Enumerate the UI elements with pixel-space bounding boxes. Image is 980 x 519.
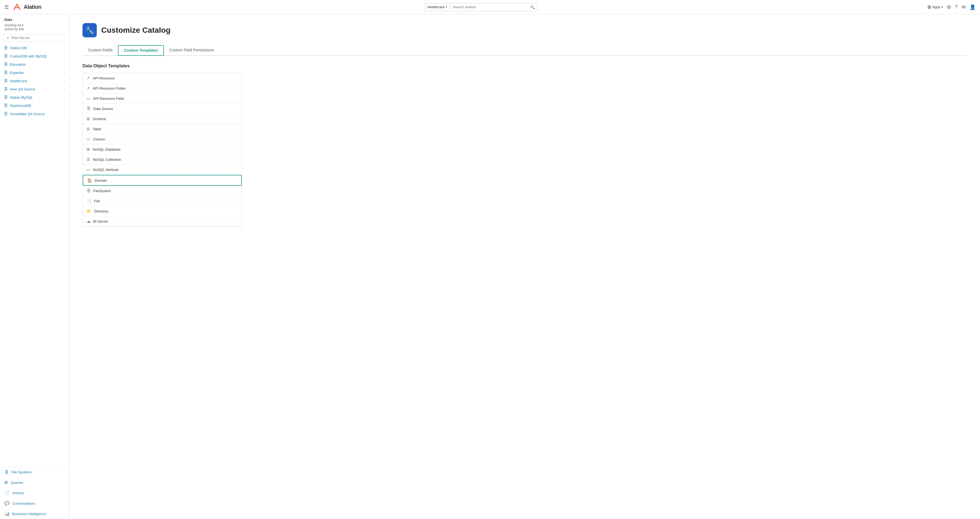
template-item-table[interactable]: ⊟ Table xyxy=(83,124,242,134)
template-item-label: API Resource xyxy=(93,76,115,80)
tab-custom-field-permissions[interactable]: Custom Field Permissions xyxy=(164,45,220,56)
sidebar-footer: 🗄 File Systems ⊞ Queries 📄 Articles 💬 Co… xyxy=(0,467,69,519)
database-icon: 🗄 xyxy=(4,79,8,83)
chevron-right-icon: › xyxy=(64,96,65,99)
sidebar-item-label: CustomDB with MySQL xyxy=(10,54,48,58)
notifications-icon[interactable]: ✉ xyxy=(962,4,966,10)
sidebar-footer-label: Queries xyxy=(11,481,23,485)
top-navigation: ☰ Alation Healthcare ▾ 🔍 ⊞ Apps ▾ ⚙ ? ✉ … xyxy=(0,0,980,14)
tab-custom-templates[interactable]: Custom Templates xyxy=(118,45,164,56)
sidebar-footer-label: File Systems xyxy=(11,470,32,474)
template-item-nosql-attribute[interactable]: ▭ NoSQL Attribute xyxy=(83,165,242,175)
sidebar-item-education[interactable]: 🗄 Education › xyxy=(0,60,69,68)
template-item-api-resource-field[interactable]: ▭ API Resource Field xyxy=(83,94,242,104)
template-item-schema[interactable]: ⊞ Schema xyxy=(83,114,242,124)
template-item-label: File xyxy=(94,199,100,203)
sidebar-item-label: Alation DB xyxy=(10,46,27,50)
sidebar-items-list: 🗄 Alation DB › 🗄 CustomDB with MySQL › 🗄… xyxy=(0,44,69,467)
tab-custom-fields[interactable]: Custom Fields xyxy=(83,45,118,56)
apps-button[interactable]: ⊞ Apps ▾ xyxy=(928,5,943,10)
page-header: 🔧 Customize Catalog xyxy=(83,23,967,37)
sidebar-item-hive-qa-source[interactable]: 🗄 Hive QA Source › xyxy=(0,85,69,93)
page-icon: 🔧 xyxy=(83,23,97,37)
sidebar-item-label: Snowflake QA Source xyxy=(10,112,45,116)
search-icon: 🔍 xyxy=(530,5,535,10)
conversations-icon: 💬 xyxy=(5,501,10,506)
template-panel-title: Data Object Templates xyxy=(83,63,242,68)
search-box: 🔍 xyxy=(450,3,538,11)
logo[interactable]: Alation xyxy=(12,2,41,12)
template-item-label: Domain xyxy=(95,178,107,183)
filter-box: ▼ xyxy=(3,34,66,41)
sidebar-item-native-mysql[interactable]: 🗄 Native MySQL › xyxy=(0,93,69,102)
sidebar-item-customdb-mysql[interactable]: 🗄 CustomDB with MySQL › xyxy=(0,52,69,60)
template-item-api-resource-folder[interactable]: ↗ API Resource Folder xyxy=(83,83,242,94)
chevron-right-icon: › xyxy=(64,63,65,66)
template-item-label: Schema xyxy=(93,117,106,121)
sidebar-item-snowflake-qa-source[interactable]: 🗄 Snowflake QA Source › xyxy=(0,110,69,118)
template-panel: Data Object Templates ↗ API Resource ↗ A… xyxy=(83,63,242,227)
chevron-right-icon: › xyxy=(64,112,65,116)
template-item-filesystem[interactable]: 🗄 FileSystem xyxy=(83,186,242,196)
sidebar-footer-label: Business Intelligence xyxy=(13,512,46,516)
apps-label: Apps xyxy=(932,5,940,9)
chevron-right-icon: › xyxy=(64,46,65,49)
sidebar-footer-file-systems[interactable]: 🗄 File Systems xyxy=(0,467,69,477)
chevron-right-icon: › xyxy=(64,87,65,91)
domain-selector[interactable]: Healthcare ▾ xyxy=(424,3,450,11)
sidebar-item-alation-db[interactable]: 🗄 Alation DB › xyxy=(0,44,69,52)
business-intelligence-icon: 📊 xyxy=(5,511,10,516)
template-item-bi-server[interactable]: ☁ BI Server xyxy=(83,216,242,227)
settings-icon[interactable]: ⚙ xyxy=(947,4,951,10)
sidebar-item-label: Education xyxy=(10,62,26,67)
hamburger-icon[interactable]: ☰ xyxy=(5,4,9,10)
file-systems-icon: 🗄 xyxy=(5,470,8,475)
template-item-data-source[interactable]: 🗄 Data Source xyxy=(83,104,242,114)
help-icon[interactable]: ? xyxy=(955,4,958,10)
sidebar-footer-articles[interactable]: 📄 Articles xyxy=(0,488,69,498)
sidebar-footer-business-intelligence[interactable]: 📊 Business Intelligence xyxy=(0,509,69,519)
search-input[interactable] xyxy=(453,5,530,9)
template-icon: ⊞ xyxy=(87,147,90,151)
template-icon: ▭ xyxy=(87,167,90,172)
tabs-bar: Custom FieldsCustom TemplatesCustom Fiel… xyxy=(83,45,967,56)
sidebar-footer-queries[interactable]: ⊞ Queries xyxy=(0,477,69,488)
sidebar-item-label: RainforestDB xyxy=(10,104,31,108)
profile-icon[interactable]: 👤 xyxy=(970,4,975,10)
chevron-down-icon: ▾ xyxy=(942,5,943,8)
filter-input[interactable] xyxy=(11,36,63,40)
template-icon: 📁 xyxy=(87,209,91,213)
template-icon: ↗ xyxy=(87,86,90,90)
template-icon: ⊟ xyxy=(87,127,90,131)
template-list: ↗ API Resource ↗ API Resource Folder ▭ A… xyxy=(83,73,242,227)
template-icon: ☰ xyxy=(87,157,90,162)
template-item-label: Directory xyxy=(94,209,108,213)
sidebar-showing: showing All ▾ sorted by title xyxy=(0,23,69,33)
grid-icon: ⊞ xyxy=(928,5,931,10)
sidebar-item-rainforest-db[interactable]: 🗄 RainforestDB › xyxy=(0,102,69,110)
database-icon: 🗄 xyxy=(4,54,8,58)
sidebar-footer-conversations[interactable]: 💬 Conversations xyxy=(0,498,69,509)
sidebar-item-healthcare[interactable]: 🗄 Healthcare › xyxy=(0,77,69,85)
filter-icon: ▼ xyxy=(6,36,10,40)
template-item-label: NoSQL Database xyxy=(93,148,121,151)
template-item-domain[interactable]: 🏠 Domain xyxy=(83,175,242,186)
sidebar-item-label: Experian xyxy=(10,71,24,75)
template-icon: 📄 xyxy=(87,199,91,203)
template-item-nosql-database[interactable]: ⊞ NoSQL Database xyxy=(83,144,242,154)
sidebar-footer-label: Conversations xyxy=(13,502,35,506)
template-item-directory[interactable]: 📁 Directory xyxy=(83,206,242,216)
template-item-file[interactable]: 📄 File xyxy=(83,196,242,206)
sidebar-section-title: Data xyxy=(0,14,69,23)
database-icon: 🗄 xyxy=(4,95,8,100)
template-icon: ▭ xyxy=(87,137,90,141)
template-item-label: Data Source xyxy=(93,107,113,111)
page-title: Customize Catalog xyxy=(101,26,170,35)
template-item-nosql-collection[interactable]: ☰ NoSQL Collection xyxy=(83,154,242,165)
template-item-column[interactable]: ▭ Column xyxy=(83,134,242,144)
database-icon: 🗄 xyxy=(4,46,8,50)
template-item-label: API Resource Folder xyxy=(93,86,126,90)
sidebar-item-label: Native MySQL xyxy=(10,95,33,100)
sidebar-item-experian[interactable]: 🗄 Experian › xyxy=(0,68,69,77)
template-item-api-resource[interactable]: ↗ API Resource xyxy=(83,73,242,83)
